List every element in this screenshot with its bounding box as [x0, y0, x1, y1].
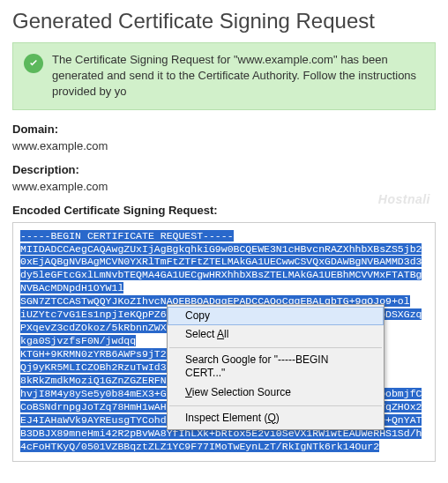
context-separator	[169, 405, 382, 406]
context-search[interactable]: Search Google for "-----BEGIN CERT..."	[168, 351, 384, 383]
description-label: Description:	[12, 163, 436, 176]
context-view-source[interactable]: View Selection Source	[168, 383, 384, 403]
description-value: www.example.com	[12, 180, 436, 193]
encoded-label: Encoded Certificate Signing Request:	[12, 204, 436, 217]
domain-value: www.example.com	[12, 139, 436, 152]
csr-line: MIIDADCCAegCAQAwgZUxIjAgBgkqhkiG9w0BCQEW…	[20, 243, 428, 296]
context-separator	[169, 347, 382, 348]
context-select-all[interactable]: Select All	[168, 325, 384, 345]
csr-line: -----BEGIN CERTIFICATE REQUEST-----	[20, 230, 428, 243]
alert-text: The Certificate Signing Request for "www…	[52, 52, 424, 100]
csr-textarea[interactable]: -----BEGIN CERTIFICATE REQUEST-----MIIDA…	[12, 222, 436, 462]
page-title: Generated Certificate Signing Request	[12, 9, 436, 33]
context-menu: Copy Select All Search Google for "-----…	[167, 304, 385, 431]
success-alert: The Certificate Signing Request for "www…	[12, 42, 436, 110]
checkmark-icon	[24, 54, 43, 73]
watermark: Hostnali	[378, 192, 430, 206]
domain-label: Domain:	[12, 123, 436, 136]
context-copy[interactable]: Copy	[168, 307, 384, 326]
context-inspect[interactable]: Inspect Element (Q)	[168, 409, 384, 428]
